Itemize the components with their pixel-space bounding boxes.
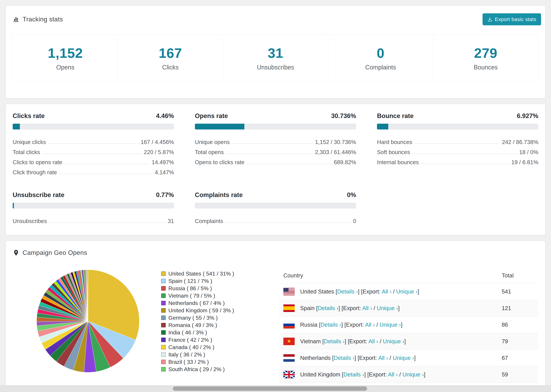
- rate-row-label: Click through rate: [13, 169, 57, 176]
- stat-label: Opens: [13, 64, 118, 71]
- rate-percent: 4.46%: [156, 112, 174, 119]
- legend-item: India ( 46 / 3% ): [161, 329, 254, 336]
- rate-rows: Hard bounces 242 / 86.738% Soft bounces …: [377, 135, 538, 166]
- legend-swatch: [161, 286, 166, 291]
- rate-block: Bounce rate 6.927% Hard bounces 242 / 86…: [377, 112, 538, 176]
- dotted-leader: [59, 174, 153, 174]
- stats-row: 1,152 Opens 167 Clicks 31 Unsubscribes 0…: [13, 34, 538, 82]
- export-all-link[interactable]: All ›: [378, 355, 388, 361]
- bracket-text: [: [340, 371, 343, 378]
- country-text: Netherlands [Details ›] [Export: All › /…: [300, 355, 416, 361]
- stat-value: 279: [433, 45, 538, 61]
- rate-percent: 0.77%: [156, 191, 174, 199]
- legend-label: United Kingdom ( 59 / 3% ): [168, 307, 234, 314]
- legend-swatch: [161, 301, 166, 305]
- legend-item: Spain ( 121 / 7% ): [161, 277, 254, 285]
- legend-item: Romania ( 49 / 3% ): [161, 322, 254, 329]
- legend-item: Brazil ( 33 / 2% ): [161, 358, 254, 366]
- rate-head: Unsubscribe rate 0.77%: [13, 191, 174, 199]
- rate-row-label: Internal bounces: [377, 159, 419, 166]
- legend-item: United Kingdom ( 59 / 3% ): [161, 307, 254, 314]
- table-row: Vietnam [Details ›] [Export: All › / Uni…: [279, 333, 538, 350]
- bracket-text: [: [334, 288, 337, 295]
- legend-swatch: [161, 294, 166, 298]
- rate-row: Hard bounces 242 / 86.738%: [377, 135, 538, 145]
- country-name: Vietnam: [300, 338, 321, 344]
- total-value: 79: [502, 338, 534, 345]
- rate-row-value: 31: [168, 218, 174, 224]
- export-all-link[interactable]: All ›: [362, 305, 372, 311]
- country-name: Netherlands: [300, 355, 331, 361]
- legend-swatch: [161, 279, 166, 283]
- export-all-link[interactable]: All ›: [365, 322, 375, 328]
- export-unique-link[interactable]: Unique ›: [396, 288, 417, 295]
- details-link[interactable]: Details ›: [337, 288, 358, 295]
- rate-head: Complaints rate 0%: [195, 191, 356, 199]
- country-text: United Kingdom [Details ›] [Export: All …: [300, 371, 425, 378]
- horizontal-scrollbar-track[interactable]: [0, 385, 551, 392]
- details-link[interactable]: Details ›: [334, 355, 354, 361]
- legend-label: India ( 46 / 3% ): [168, 329, 207, 336]
- rate-title: Complaints rate: [195, 191, 243, 199]
- dotted-leader: [42, 154, 142, 154]
- rate-row-value: 0: [353, 218, 356, 224]
- bracket-text: [: [318, 322, 320, 328]
- rate-row: Soft bounces 18 / 0%: [377, 145, 538, 155]
- rate-row-label: Total clicks: [13, 149, 40, 155]
- stat-box: 279 Bounces: [433, 34, 538, 82]
- legend-item: France ( 42 / 2% ): [161, 336, 254, 343]
- details-link[interactable]: Details ›: [320, 322, 341, 328]
- rate-rows: Unique clicks 167 / 4.456% Total clicks …: [13, 135, 174, 176]
- bracket-text: /: [375, 322, 380, 328]
- total-value: 86: [502, 322, 534, 328]
- rates-card: Clicks rate 4.46% Unique clicks 167 / 4.…: [6, 104, 545, 235]
- rate-row-value: 14.497%: [152, 159, 174, 166]
- rate-block: Opens rate 30.736% Unique opens 1,152 / …: [195, 112, 356, 176]
- export-unique-link[interactable]: Unique ›: [383, 338, 404, 344]
- bracket-text: ] [Export:: [358, 288, 382, 295]
- export-basic-stats-button[interactable]: Export basic stats: [483, 13, 541, 25]
- rate-row-value: 19 / 6.81%: [511, 159, 538, 166]
- export-all-link[interactable]: All ›: [382, 288, 391, 295]
- table-row: Netherlands [Details ›] [Export: All › /…: [279, 350, 538, 366]
- rate-row: Total opens 2,303 / 61.446%: [195, 145, 356, 155]
- bracket-text: ]: [398, 305, 400, 311]
- export-unique-link[interactable]: Unique ›: [393, 355, 414, 361]
- rate-row-label: Clicks to opens rate: [13, 159, 62, 166]
- stat-value: 31: [223, 45, 328, 61]
- legend-swatch: [161, 360, 166, 364]
- legend-label: South Africa ( 29 / 2% ): [168, 366, 225, 373]
- country-cell: Vietnam [Details ›] [Export: All › / Uni…: [283, 338, 502, 345]
- export-unique-link[interactable]: Unique ›: [380, 322, 401, 328]
- rate-percent: 0%: [347, 191, 356, 199]
- legend-label: Russia ( 86 / 5% ): [168, 285, 212, 292]
- rate-title: Unsubscribe rate: [13, 191, 64, 199]
- legend-swatch: [161, 345, 166, 350]
- progress-bar: [195, 124, 356, 129]
- country-header: Country: [283, 272, 502, 279]
- export-unique-link[interactable]: Unique ›: [403, 371, 424, 378]
- geo-title: Campaign Geo Opens: [13, 249, 538, 256]
- bracket-text: [: [331, 355, 334, 361]
- details-link[interactable]: Details ›: [318, 305, 339, 311]
- dotted-leader: [225, 223, 351, 223]
- bracket-text: ]: [401, 322, 403, 328]
- details-link[interactable]: Details ›: [343, 371, 364, 378]
- dotted-leader: [414, 143, 500, 144]
- country-flag-icon: [283, 338, 295, 345]
- progress-bar: [13, 203, 174, 209]
- legend-swatch: [161, 338, 166, 342]
- table-row: Spain [Details ›] [Export: All › / Uniqu…: [279, 300, 538, 317]
- horizontal-scrollbar-thumb[interactable]: [173, 386, 367, 391]
- bracket-text: ]: [414, 355, 416, 361]
- total-value: 541: [502, 288, 534, 295]
- rate-row: Click through rate 4.147%: [13, 166, 174, 176]
- export-unique-link[interactable]: Unique ›: [377, 305, 398, 311]
- details-link[interactable]: Details ›: [324, 338, 345, 344]
- export-all-link[interactable]: All ›: [388, 371, 398, 378]
- legend-label: Romania ( 49 / 3% ): [168, 322, 217, 329]
- legend-swatch: [161, 271, 166, 276]
- country-flag-icon: [283, 354, 295, 362]
- stat-label: Complaints: [328, 64, 433, 71]
- export-all-link[interactable]: All ›: [368, 338, 378, 344]
